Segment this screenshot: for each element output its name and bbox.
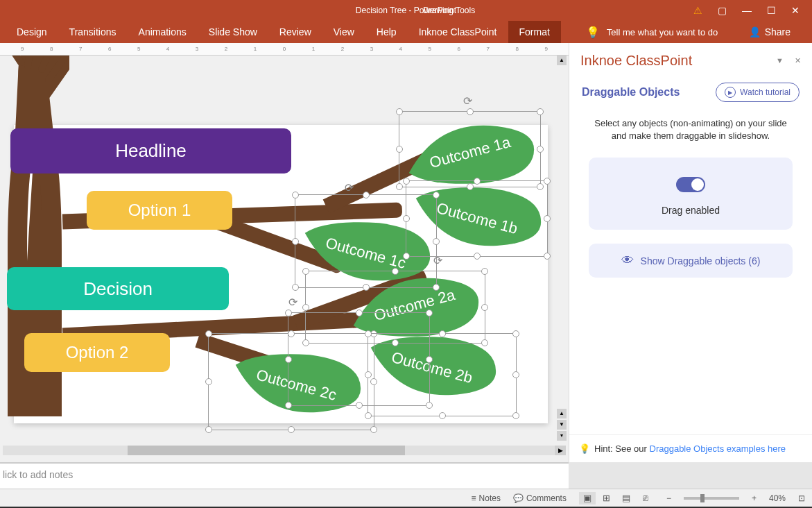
leaf-outcome2a[interactable]: Outcome 2a [347,271,482,340]
title-bar: Decision Tree - PowerPoint Drawing Tools… [0,0,812,21]
drag-enabled-card: Drag enabled [589,158,793,230]
ribbon-tabs: Design Transitions Animations Slide Show… [0,21,812,43]
panel-title: Inknoe ClassPoint [580,53,692,69]
close-icon[interactable]: ✕ [791,5,800,16]
zoom-out-button[interactable]: − [666,493,671,503]
horizontal-ruler: 9 8 7 6 5 4 3 2 1 0 1 2 3 4 5 6 7 8 9 [0,43,569,56]
slideshow-button[interactable]: ⎚ [637,492,654,505]
scroll-right-button[interactable]: ▶ [555,446,566,455]
panel-description: Select any objects (non-animating) on yo… [569,109,812,151]
show-draggable-label: Show Draggable objects (6) [641,255,761,266]
scroll-down-button[interactable]: ▼ [557,420,567,430]
tab-transitions[interactable]: Transitions [58,21,128,43]
hint-text: Hint: See our [594,443,650,454]
comments-icon: 💬 [513,493,524,503]
share-button[interactable]: 👤 Share [738,21,802,43]
maximize-icon[interactable]: ☐ [767,5,776,16]
tab-format[interactable]: Format [508,21,561,43]
panel-dropdown-icon[interactable]: ▼ [776,56,784,65]
lightbulb-icon: 💡 [586,26,600,39]
tab-slideshow[interactable]: Slide Show [198,21,268,43]
resize-handle[interactable] [205,426,212,433]
zoom-level[interactable]: 40% [769,493,786,503]
toggle-label: Drag enabled [603,205,779,216]
watch-tutorial-button[interactable]: ▶ Watch tutorial [716,83,800,102]
zoom-thumb[interactable] [700,494,705,502]
notes-icon: ≡ [472,493,476,503]
scroll-down-button[interactable]: ▾ [557,431,567,441]
share-icon: 👤 [749,26,761,37]
play-icon: ▶ [725,87,736,98]
option2-box[interactable]: Option 2 [24,333,170,372]
tab-review[interactable]: Review [268,21,322,43]
notes-toggle[interactable]: ≡ Notes [472,493,501,503]
normal-view-button[interactable]: ▣ [579,492,596,505]
tell-me-label: Tell me what you want to do [607,27,718,37]
reading-view-button[interactable]: ▤ [618,492,634,505]
share-label: Share [765,26,791,37]
toggle-knob [691,178,704,191]
hint-bar: 💡 Hint: See our Draggable Objects exampl… [569,434,812,462]
tab-help[interactable]: Help [365,21,408,43]
decision-box[interactable]: Decision [7,267,229,310]
panel-section-title: Draggable Objects [582,86,680,99]
task-pane: Inknoe ClassPoint ▼ ✕ Draggable Objects … [569,43,812,462]
contextual-tab-label: Drawing Tools [423,6,475,15]
notes-pane[interactable]: lick to add notes [0,462,569,489]
leaf-outcome2b[interactable]: Outcome 2b [364,333,499,403]
horizontal-scrollbar[interactable]: ▶ [0,444,569,457]
tab-animations[interactable]: Animations [128,21,198,43]
scroll-thumb[interactable] [128,446,405,455]
zoom-slider[interactable] [684,497,739,500]
resize-handle[interactable] [370,426,377,433]
show-draggable-button[interactable]: 👁 Show Draggable objects (6) [589,244,793,278]
slide-sorter-button[interactable]: ⊞ [598,492,615,505]
resize-handle[interactable] [396,108,403,115]
hint-link[interactable]: Draggable Objects examples here [650,443,786,454]
panel-close-icon[interactable]: ✕ [795,56,801,65]
resize-handle[interactable] [288,426,295,433]
resize-handle[interactable] [537,108,544,115]
headline-box[interactable]: Headline [10,128,291,173]
watch-tutorial-label: Watch tutorial [740,87,791,97]
tab-view[interactable]: View [322,21,365,43]
slide-container: 9 8 7 6 5 4 3 2 1 0 1 2 3 4 5 6 7 8 9 ▲ [0,43,569,462]
minimize-icon[interactable]: — [742,5,752,16]
leaf-outcome1a[interactable]: Outcome 1a [402,118,537,187]
scroll-up-button[interactable]: ▲ [557,409,567,418]
tab-classpoint[interactable]: Inknoe ClassPoint [408,21,508,43]
display-options-icon[interactable]: ▢ [718,5,727,16]
tab-design[interactable]: Design [6,21,58,43]
leaf-outcome2c[interactable]: Outcome 2c [229,350,364,420]
comments-toggle[interactable]: 💬 Comments [513,493,567,503]
rotate-handle-icon[interactable]: ⟳ [463,94,472,108]
warning-icon[interactable]: ⚠ [693,5,702,16]
resize-handle[interactable] [467,108,474,115]
lightbulb-icon: 💡 [579,443,590,454]
fit-to-window-button[interactable]: ⊡ [798,493,805,503]
status-bar: ≡ Notes 💬 Comments ▣ ⊞ ▤ ⎚ − + 40% ⊡ [0,489,812,507]
slide-edit-area[interactable]: Headline Option 1 Decision Option 2 Outc… [0,56,569,444]
option1-box[interactable]: Option 1 [87,191,232,230]
scroll-track[interactable] [3,446,555,455]
zoom-in-button[interactable]: + [752,493,757,503]
drag-toggle[interactable] [676,177,705,192]
eye-icon: 👁 [621,253,634,268]
tell-me-search[interactable]: 💡 Tell me what you want to do [575,21,729,43]
